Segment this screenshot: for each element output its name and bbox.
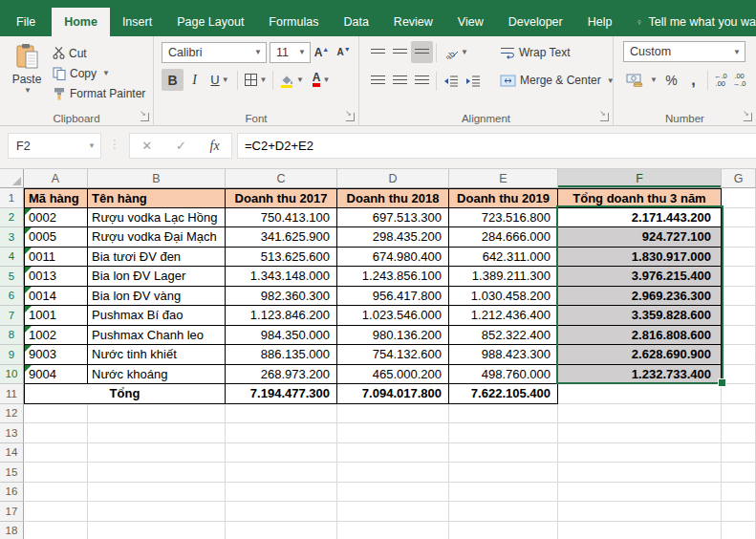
cell-B15[interactable] bbox=[88, 463, 226, 483]
tab-file[interactable]: File bbox=[0, 8, 52, 36]
cell-D5[interactable]: 1.243.856.100 bbox=[337, 267, 449, 287]
cell-B4[interactable]: Bia tươi ĐV đen bbox=[88, 248, 226, 268]
cell-A2[interactable]: 0002 bbox=[24, 208, 88, 228]
row-header-7[interactable]: 7 bbox=[0, 306, 24, 326]
cell-G6[interactable] bbox=[722, 287, 756, 307]
column-header-D[interactable]: D bbox=[337, 169, 449, 188]
cell-E10[interactable]: 498.760.000 bbox=[449, 365, 558, 385]
cell-A17[interactable] bbox=[24, 502, 88, 522]
cell-F2[interactable]: 2.171.443.200 bbox=[558, 208, 722, 228]
cell-G11[interactable] bbox=[722, 384, 756, 404]
italic-button[interactable]: I bbox=[184, 69, 205, 91]
tell-me-box[interactable]: Tell me what you wa bbox=[637, 8, 756, 36]
column-header-G[interactable]: G bbox=[722, 169, 756, 188]
tab-page-layout[interactable]: Page Layout bbox=[164, 8, 256, 36]
cell-E5[interactable]: 1.389.211.300 bbox=[449, 267, 558, 287]
bottom-align-button[interactable] bbox=[411, 41, 433, 63]
cell-D15[interactable] bbox=[337, 463, 449, 483]
row-header-2[interactable]: 2 bbox=[0, 208, 24, 228]
cell-A1[interactable]: Mã hàng bbox=[24, 188, 88, 208]
cell-G3[interactable] bbox=[722, 227, 756, 248]
cell-B10[interactable]: Nước khoáng bbox=[88, 365, 226, 385]
cell-C1[interactable]: Doanh thu 2017 bbox=[226, 188, 337, 208]
cell-A14[interactable] bbox=[24, 443, 88, 464]
cell-C4[interactable]: 513.625.600 bbox=[226, 248, 337, 268]
cell-G4[interactable] bbox=[722, 248, 756, 268]
cell-E4[interactable]: 642.311.000 bbox=[449, 248, 558, 268]
row-header-17[interactable]: 17 bbox=[0, 502, 24, 522]
column-header-C[interactable]: C bbox=[226, 169, 337, 188]
cell-C12[interactable] bbox=[226, 404, 337, 424]
cell-B12[interactable] bbox=[88, 404, 226, 424]
cell-B6[interactable]: Bia lon ĐV vàng bbox=[88, 287, 226, 307]
column-header-B[interactable]: B bbox=[88, 169, 226, 188]
cell-A13[interactable] bbox=[24, 423, 88, 443]
align-center-button[interactable] bbox=[389, 70, 411, 92]
wrap-text-button[interactable]: Wrap Text bbox=[497, 41, 617, 64]
font-dialog-launcher[interactable] bbox=[346, 113, 355, 121]
row-header-5[interactable]: 5 bbox=[0, 267, 24, 287]
alignment-dialog-launcher[interactable] bbox=[600, 113, 609, 121]
cell-F9[interactable]: 2.628.690.900 bbox=[558, 345, 722, 365]
cell-D6[interactable]: 956.417.800 bbox=[337, 287, 449, 307]
cell-E14[interactable] bbox=[449, 443, 558, 464]
select-all-corner[interactable] bbox=[0, 169, 24, 188]
cell-B8[interactable]: Pushmax Chanh leo bbox=[88, 326, 226, 346]
cell-D7[interactable]: 1.023.546.000 bbox=[337, 306, 449, 326]
cell-D4[interactable]: 674.980.400 bbox=[337, 248, 449, 268]
decrease-indent-button[interactable] bbox=[440, 70, 462, 92]
cell-F13[interactable] bbox=[558, 423, 722, 443]
cell-D14[interactable] bbox=[337, 443, 449, 464]
cell-E6[interactable]: 1.030.458.200 bbox=[449, 287, 558, 307]
tab-data[interactable]: Data bbox=[331, 8, 380, 36]
cell-D11[interactable]: 7.094.017.800 bbox=[337, 384, 449, 404]
column-header-F[interactable]: F bbox=[558, 169, 722, 188]
cell-G13[interactable] bbox=[722, 423, 756, 443]
tab-formulas[interactable]: Formulas bbox=[256, 8, 331, 36]
cell-B14[interactable] bbox=[88, 443, 226, 464]
cell-F17[interactable] bbox=[558, 502, 722, 522]
cell-A9[interactable]: 9003 bbox=[24, 345, 88, 365]
increase-font-size-button[interactable]: A▲ bbox=[311, 41, 333, 63]
cell-G1[interactable] bbox=[722, 188, 756, 208]
cell-G12[interactable] bbox=[722, 404, 756, 424]
cut-button[interactable]: Cut bbox=[50, 43, 148, 63]
cell-A8[interactable]: 1002 bbox=[24, 326, 88, 346]
cell-E18[interactable] bbox=[449, 522, 558, 539]
cell-F18[interactable] bbox=[558, 522, 722, 539]
row-header-12[interactable]: 12 bbox=[0, 404, 24, 424]
cell-G7[interactable] bbox=[722, 306, 756, 326]
cell-D10[interactable]: 465.000.200 bbox=[337, 365, 449, 385]
cell-A7[interactable]: 1001 bbox=[24, 306, 88, 326]
cell-D1[interactable]: Doanh thu 2018 bbox=[337, 188, 449, 208]
cell-G8[interactable] bbox=[722, 326, 756, 346]
name-box[interactable]: F2 ▼ bbox=[8, 133, 101, 159]
font-color-button[interactable]: A ▼ bbox=[307, 69, 335, 91]
tab-help[interactable]: Help bbox=[575, 8, 625, 36]
cell-C14[interactable] bbox=[226, 443, 337, 464]
cell-F12[interactable] bbox=[558, 404, 722, 424]
cell-B18[interactable] bbox=[88, 522, 226, 539]
cell-B13[interactable] bbox=[88, 423, 226, 443]
cell-G14[interactable] bbox=[722, 443, 756, 464]
cell-C6[interactable]: 982.360.300 bbox=[226, 287, 337, 307]
cell-F5[interactable]: 3.976.215.400 bbox=[558, 267, 722, 287]
cell-E15[interactable] bbox=[449, 463, 558, 483]
cell-D18[interactable] bbox=[337, 522, 449, 539]
row-header-4[interactable]: 4 bbox=[0, 248, 24, 268]
cell-A6[interactable]: 0014 bbox=[24, 287, 88, 307]
cell-D9[interactable]: 754.132.600 bbox=[337, 345, 449, 365]
percent-style-button[interactable]: % bbox=[660, 69, 682, 91]
cell-C18[interactable] bbox=[226, 522, 337, 539]
insert-function-icon[interactable]: fx bbox=[210, 139, 220, 154]
increase-indent-button[interactable] bbox=[462, 70, 484, 92]
row-header-9[interactable]: 9 bbox=[0, 345, 24, 365]
cell-D8[interactable]: 980.136.200 bbox=[337, 326, 449, 346]
row-header-8[interactable]: 8 bbox=[0, 326, 24, 346]
cell-F11[interactable] bbox=[558, 384, 722, 404]
cell-C5[interactable]: 1.343.148.000 bbox=[226, 267, 337, 287]
fill-color-button[interactable]: ▼ bbox=[276, 69, 307, 91]
cell-A18[interactable] bbox=[24, 522, 88, 539]
cell-C7[interactable]: 1.123.846.200 bbox=[226, 306, 337, 326]
cell-A12[interactable] bbox=[24, 404, 88, 424]
